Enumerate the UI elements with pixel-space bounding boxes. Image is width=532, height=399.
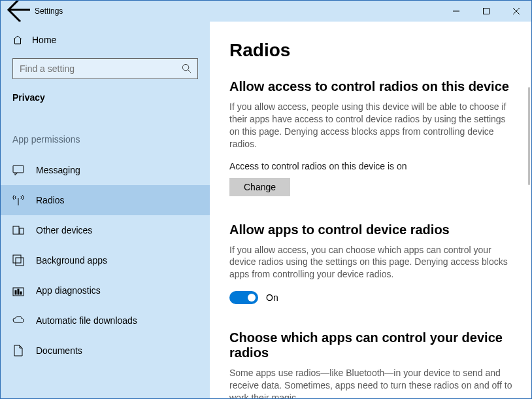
- svg-rect-15: [20, 292, 22, 294]
- svg-rect-9: [20, 228, 24, 234]
- change-button[interactable]: Change: [229, 178, 290, 196]
- sidebar: Home Privacy App permissions Messaging R…: [1, 22, 210, 398]
- window-title: Settings: [32, 7, 63, 16]
- nav-label: Messaging: [36, 165, 80, 175]
- section1-title: Allow access to control radios on this d…: [229, 79, 516, 94]
- home-icon: [12, 35, 23, 45]
- documents-icon: [12, 345, 24, 356]
- titlebar: Settings: [1, 1, 531, 22]
- nav-documents[interactable]: Documents: [1, 336, 210, 366]
- nav-messaging[interactable]: Messaging: [1, 155, 210, 185]
- allow-apps-toggle[interactable]: [229, 291, 258, 304]
- maximize-button[interactable]: [471, 1, 501, 22]
- nav-background-apps[interactable]: Background apps: [1, 245, 210, 275]
- svg-rect-14: [18, 289, 19, 294]
- svg-rect-13: [15, 290, 16, 294]
- nav-label: Background apps: [36, 255, 107, 266]
- app-diagnostics-icon: [12, 285, 24, 296]
- home-label: Home: [32, 35, 56, 45]
- cloud-download-icon: [12, 315, 24, 326]
- content: Radios Allow access to control radios on…: [210, 22, 531, 398]
- nav-label: Documents: [36, 345, 82, 356]
- radios-icon: [12, 194, 24, 206]
- svg-rect-8: [13, 226, 19, 234]
- minimize-button[interactable]: [441, 1, 471, 22]
- section2-body: If you allow access, you can choose whic…: [229, 244, 516, 281]
- page-title: Radios: [229, 40, 516, 61]
- svg-rect-1: [484, 9, 490, 14]
- nav-automatic-file-downloads[interactable]: Automatic file downloads: [1, 305, 210, 336]
- scrollbar[interactable]: [528, 87, 530, 185]
- nav-app-diagnostics[interactable]: App diagnostics: [1, 275, 210, 305]
- nav-label: Automatic file downloads: [36, 315, 137, 326]
- nav-other-devices[interactable]: Other devices: [1, 215, 210, 245]
- search-input[interactable]: [12, 58, 198, 79]
- section1-body: If you allow access, people using this d…: [229, 101, 516, 150]
- section2-title: Allow apps to control device radios: [229, 222, 516, 237]
- home-link[interactable]: Home: [1, 28, 210, 52]
- section-label: Privacy: [1, 90, 210, 116]
- svg-rect-6: [13, 165, 24, 173]
- background-apps-icon: [12, 254, 24, 266]
- group-label: App permissions: [1, 116, 210, 155]
- nav-radios[interactable]: Radios: [1, 185, 210, 215]
- other-devices-icon: [12, 224, 24, 236]
- svg-rect-11: [16, 258, 24, 266]
- section1-status: Access to control radios on this device …: [229, 161, 516, 171]
- svg-rect-10: [13, 255, 21, 263]
- section3-title: Choose which apps can control your devic…: [229, 330, 516, 360]
- messaging-icon: [12, 164, 24, 176]
- toggle-label: On: [266, 292, 278, 303]
- nav-label: Other devices: [36, 225, 92, 235]
- close-button[interactable]: [501, 1, 531, 22]
- section3-body: Some apps use radios—like Bluetooth—in y…: [229, 367, 516, 398]
- nav-label: App diagnostics: [36, 285, 101, 296]
- nav-label: Radios: [36, 195, 65, 205]
